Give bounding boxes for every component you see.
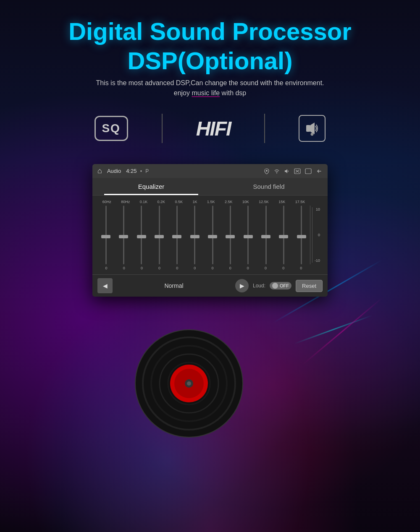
sq-icon: SQ bbox=[94, 116, 128, 141]
feature-icons-row: SQ HIFI bbox=[94, 114, 326, 143]
status-bar: ⌂ Audio 4:25 ● P bbox=[92, 164, 328, 178]
loud-label: Loud: bbox=[253, 283, 265, 289]
eq-values-row: 0 0 0 0 0 0 0 0 0 0 0 0 bbox=[97, 266, 323, 270]
equalizer-area: 60Hz 80Hz 0.1K 0.2K 0.5K 1K 1.5K 2.5K 10… bbox=[92, 196, 328, 274]
mode-label: Normal bbox=[117, 282, 231, 289]
svg-point-3 bbox=[266, 170, 268, 172]
freq-labels: 60Hz 80Hz 0.1K 0.2K 0.5K 1K 1.5K 2.5K 10… bbox=[97, 200, 323, 204]
enjoy-text: enjoy music life with dsp bbox=[174, 89, 247, 97]
status-p: P bbox=[145, 168, 149, 174]
svg-rect-0 bbox=[306, 125, 310, 132]
music-life-text: music life bbox=[192, 89, 220, 96]
eq-band-2[interactable] bbox=[115, 206, 132, 264]
eq-band-10[interactable] bbox=[257, 206, 274, 264]
reset-button[interactable]: Reset bbox=[296, 280, 323, 292]
streak-cyan bbox=[294, 315, 373, 344]
icon-divider-1 bbox=[162, 114, 163, 143]
play-button[interactable]: ▶ bbox=[235, 279, 249, 292]
toggle-dot bbox=[272, 283, 278, 289]
eq-band-11[interactable] bbox=[275, 206, 292, 264]
svg-point-4 bbox=[276, 172, 277, 173]
app-screenshot: ⌂ Audio 4:25 ● P Equali bbox=[92, 164, 328, 297]
status-icons bbox=[264, 168, 323, 174]
status-dot: ● bbox=[140, 169, 142, 173]
eq-sliders-row: 10 0 -10 bbox=[97, 206, 323, 264]
eq-bands bbox=[97, 206, 310, 264]
loud-toggle[interactable]: OFF bbox=[270, 282, 291, 289]
page-title: Digital Sound Processor DSP(Optional) bbox=[68, 17, 352, 75]
eq-band-3[interactable] bbox=[133, 206, 150, 264]
scale-top: 10 bbox=[314, 207, 320, 211]
eq-band-5[interactable] bbox=[168, 206, 185, 264]
eq-band-1[interactable] bbox=[97, 206, 114, 264]
tab-bar: Equalizer Sound field bbox=[92, 178, 328, 196]
eq-band-9[interactable] bbox=[240, 206, 257, 264]
scale-mid: 0 bbox=[314, 233, 320, 237]
eq-band-12[interactable] bbox=[293, 206, 310, 264]
eq-band-6[interactable] bbox=[186, 206, 203, 264]
main-content: Digital Sound Processor DSP(Optional) Th… bbox=[0, 0, 420, 297]
tab-sound-field[interactable]: Sound field bbox=[210, 178, 328, 195]
status-time: 4:25 bbox=[126, 168, 136, 174]
eq-scale: 10 0 -10 bbox=[310, 206, 323, 264]
subtitle-description: This is the most advanced DSP,Can change… bbox=[96, 79, 324, 87]
prev-button[interactable]: ◀ bbox=[97, 278, 113, 293]
eq-band-4[interactable] bbox=[151, 206, 168, 264]
scale-bot: -10 bbox=[314, 258, 320, 263]
svg-point-2 bbox=[311, 133, 313, 136]
tab-equalizer[interactable]: Equalizer bbox=[92, 178, 210, 195]
svg-rect-9 bbox=[305, 169, 311, 174]
audio-label: Audio bbox=[107, 168, 121, 174]
speaker-icon bbox=[299, 115, 326, 142]
svg-marker-5 bbox=[285, 169, 287, 173]
eq-band-8[interactable] bbox=[222, 206, 239, 264]
svg-point-18 bbox=[187, 381, 191, 386]
hifi-icon: HIFI bbox=[196, 117, 231, 140]
eq-band-7[interactable] bbox=[204, 206, 221, 264]
icon-divider-2 bbox=[264, 114, 265, 143]
home-icon[interactable]: ⌂ bbox=[97, 167, 102, 175]
streak-pink bbox=[302, 297, 383, 365]
bottom-controls: ◀ Normal ▶ Loud: OFF Reset bbox=[92, 274, 328, 297]
vinyl-decoration bbox=[134, 329, 244, 440]
svg-marker-1 bbox=[310, 123, 315, 134]
